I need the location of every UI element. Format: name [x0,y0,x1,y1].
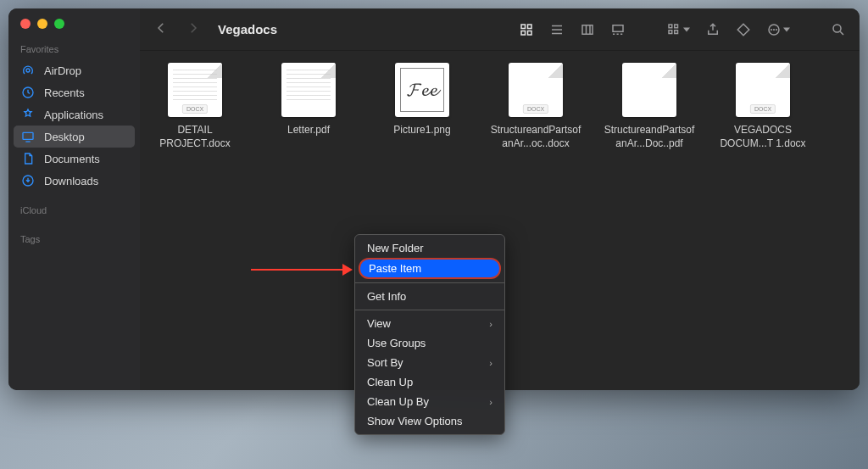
sidebar-item-label: Applications [44,109,103,121]
document-icon [20,151,36,166]
view-gallery-button[interactable] [610,22,626,37]
menu-separator [355,282,504,283]
chevron-right-icon: › [489,319,492,329]
sidebar-heading-icloud: iCloud [8,202,140,221]
svg-point-16 [774,29,775,30]
svg-rect-7 [528,31,532,35]
menu-item-get-info[interactable]: Get Info [355,287,504,306]
sidebar-item-desktop[interactable]: Desktop [14,126,135,148]
menu-item-label: Clean Up By [367,395,429,408]
applications-icon [20,107,36,122]
menu-item-label: View [367,317,391,330]
sidebar-item-label: Desktop [44,131,85,143]
menu-item-paste-item[interactable]: Paste Item [359,258,501,279]
file-name: Picture1.png [376,124,469,137]
clock-icon [20,85,36,100]
file-thumbnail [509,63,563,117]
sidebar-heading-favorites: Favorites [8,41,140,59]
svg-rect-12 [675,25,678,28]
sidebar-item-label: Recents [44,87,85,99]
svg-rect-10 [669,25,672,28]
file-name: StructureandPartsofanAr...oc..docx [489,124,582,150]
view-icons-button[interactable] [519,22,534,37]
menu-item-sort-by[interactable]: Sort By › [355,353,504,372]
sidebar-item-recents[interactable]: Recents [8,81,140,103]
svg-point-18 [833,25,841,32]
menu-item-label: New Folder [367,242,423,254]
view-list-button[interactable] [549,22,565,37]
sidebar-heading-tags: Tags [8,231,140,249]
menu-item-view[interactable]: View › [355,314,504,333]
svg-rect-11 [669,30,672,33]
file-name: DETAIL PROJECT.docx [148,124,242,150]
file-thumbnail: 𝓕𝓮𝓮 [395,63,449,117]
group-by-button[interactable] [666,22,690,37]
file-name: Letter.pdf [262,124,355,137]
sidebar-item-applications[interactable]: Applications [8,103,140,126]
sidebar-item-label: Downloads [44,175,98,187]
svg-rect-5 [528,25,532,29]
file-thumbnail [622,63,676,117]
menu-item-label: Get Info [367,290,406,303]
context-menu: New Folder Paste Item Get Info View › Us… [354,234,505,435]
minimize-window-button[interactable] [37,19,47,29]
svg-point-17 [776,29,777,30]
zoom-window-button[interactable] [54,19,64,29]
menu-item-label: Sort By [367,356,403,369]
sidebar-item-airdrop[interactable]: AirDrop [8,59,140,81]
file-item[interactable]: DETAIL PROJECT.docx [148,63,242,150]
svg-rect-6 [521,31,526,35]
sidebar-item-label: AirDrop [44,64,81,77]
desktop-icon [20,129,36,144]
file-item[interactable]: Letter.pdf [262,63,355,137]
chevron-right-icon: › [489,358,492,368]
file-item[interactable]: VEGADOCS DOCUM...T 1.docx [716,63,810,150]
menu-item-clean-up[interactable]: Clean Up [355,372,504,392]
airdrop-icon [20,63,36,78]
file-thumbnail [736,63,790,117]
menu-item-label: Show View Options [367,415,463,427]
file-item[interactable]: 𝓕𝓮𝓮 Picture1.png [376,63,469,137]
back-button[interactable] [153,20,169,38]
traffic-lights [8,19,140,41]
file-item[interactable]: StructureandPartsofanAr...Doc..pdf [603,63,696,150]
menu-separator [355,310,504,310]
menu-item-label: Clean Up [367,376,413,388]
toolbar: Vegadocs [140,8,860,51]
menu-item-clean-up-by[interactable]: Clean Up By › [355,392,504,411]
svg-rect-13 [675,30,678,33]
menu-item-show-view-options[interactable]: Show View Options [355,411,504,431]
forward-button[interactable] [186,20,201,38]
file-name: VEGADOCS DOCUM...T 1.docx [716,124,810,150]
file-thumbnail [168,63,222,117]
menu-item-label: Use Groups [367,337,426,349]
search-button[interactable] [831,22,846,37]
svg-rect-2 [23,132,33,139]
svg-rect-4 [521,25,526,29]
tag-button[interactable] [736,22,751,37]
close-window-button[interactable] [20,19,31,29]
menu-item-new-folder[interactable]: New Folder [355,238,504,258]
more-button[interactable] [766,22,790,37]
sidebar-item-documents[interactable]: Documents [8,148,140,170]
svg-rect-9 [613,25,623,31]
file-name: StructureandPartsofanAr...Doc..pdf [603,124,696,150]
share-button[interactable] [705,22,721,37]
file-thumbnail [281,63,336,117]
chevron-right-icon: › [489,397,492,407]
view-columns-button[interactable] [580,22,595,37]
svg-point-15 [771,29,772,30]
menu-item-label: Paste Item [369,262,421,275]
menu-item-use-groups[interactable]: Use Groups [355,333,504,353]
file-item[interactable]: StructureandPartsofanAr...oc..docx [489,63,582,150]
sidebar: Favorites AirDrop Recents Applications D… [8,8,140,390]
sidebar-item-label: Documents [44,153,100,165]
window-title: Vegadocs [218,22,277,36]
annotation-arrow [251,266,353,273]
sidebar-item-downloads[interactable]: Downloads [8,170,140,192]
svg-rect-8 [582,25,593,34]
svg-point-0 [26,69,30,72]
download-icon [20,173,36,188]
